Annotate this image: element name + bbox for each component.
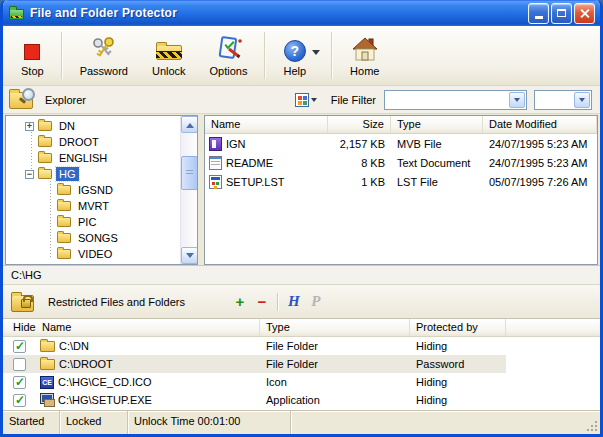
- tree-expander-icon[interactable]: [25, 170, 34, 179]
- home-button[interactable]: Home: [338, 26, 391, 85]
- tree-row[interactable]: DROOT: [6, 134, 179, 150]
- tree-expander-icon[interactable]: [44, 250, 53, 259]
- tree-row[interactable]: PIC: [6, 214, 179, 230]
- scroll-up-icon[interactable]: [181, 116, 198, 133]
- tree-scrollbar[interactable]: [180, 116, 197, 264]
- file-row[interactable]: SETUP.LST 1 KB LST File 05/07/1995 7:26 …: [205, 172, 597, 191]
- tree-row[interactable]: IGSND: [6, 182, 179, 198]
- tree-expander-icon[interactable]: [25, 138, 34, 147]
- combo-arrow-icon[interactable]: [509, 92, 525, 108]
- file-type: MVB File: [391, 138, 483, 150]
- ce-icon: [40, 376, 54, 389]
- restricted-row[interactable]: C:\HG\CE_CD.ICO Icon Hiding: [3, 373, 600, 391]
- hide-checkbox[interactable]: [13, 358, 26, 371]
- tree-expander-icon[interactable]: [25, 122, 34, 131]
- tree-item-label: DN: [56, 119, 78, 133]
- column-header-protected-by[interactable]: Protected by: [410, 319, 506, 336]
- extension-filter-combobox[interactable]: [534, 90, 592, 110]
- column-header-hide[interactable]: Hide: [3, 319, 36, 336]
- column-header-date-modified[interactable]: Date Modified: [483, 116, 597, 133]
- magnifier-icon: [22, 88, 35, 101]
- tree-row[interactable]: MVRT: [6, 198, 179, 214]
- views-dropdown-arrow-icon: [311, 98, 317, 105]
- views-button[interactable]: [291, 90, 321, 110]
- hide-checkbox[interactable]: [13, 394, 26, 407]
- restricted-item-type: Application: [260, 391, 410, 409]
- restricted-item-name: C:\HG\CE_CD.ICO: [58, 376, 152, 388]
- help-label: Help: [283, 65, 306, 77]
- restricted-row[interactable]: C:\DN File Folder Hiding: [3, 337, 600, 355]
- restricted-row[interactable]: C:\DROOT File Folder Password: [3, 355, 600, 373]
- toolbar-separator: [331, 32, 333, 79]
- explorer-label: Explorer: [45, 94, 86, 106]
- column-header-size[interactable]: Size: [328, 116, 391, 133]
- restricted-item-type: File Folder: [260, 337, 410, 355]
- tree-row[interactable]: DN: [6, 118, 179, 134]
- stop-button[interactable]: Stop: [9, 26, 56, 85]
- column-header-type[interactable]: Type: [391, 116, 483, 133]
- minimize-button[interactable]: [528, 3, 549, 24]
- combo-arrow-icon[interactable]: [574, 92, 590, 108]
- restricted-title: Restricted Files and Folders: [48, 296, 185, 308]
- tree-expander-icon[interactable]: [25, 154, 34, 163]
- maximize-button[interactable]: [551, 3, 572, 24]
- file-filter-combobox[interactable]: [384, 90, 527, 110]
- titlebar[interactable]: File and Folder Protector: [3, 0, 600, 26]
- file-row[interactable]: README 8 KB Text Document 24/07/1995 5:2…: [205, 153, 597, 172]
- file-list-header: Name Size Type Date Modified: [205, 116, 597, 134]
- home-icon: [352, 35, 378, 62]
- close-icon: [579, 8, 590, 19]
- options-button[interactable]: Options: [198, 26, 260, 85]
- column-header-name[interactable]: Name: [36, 319, 260, 336]
- tree-item-label: PIC: [75, 215, 99, 229]
- tree-row[interactable]: VIDEO: [6, 246, 179, 262]
- options-icon: [216, 35, 242, 62]
- hide-checkbox[interactable]: [13, 340, 26, 353]
- restricted-rows: C:\DN File Folder Hiding C:\DROOT File F…: [3, 337, 600, 409]
- restricted-lock-folder-icon: [11, 295, 34, 312]
- views-grid-icon: [295, 93, 309, 107]
- folder-tree: DN DROOT ENGLISH: [6, 116, 197, 262]
- file-date-modified: 24/07/1995 5:23 AM: [483, 138, 597, 150]
- resize-grip[interactable]: [586, 420, 599, 433]
- help-button[interactable]: ? Help: [271, 26, 318, 85]
- file-list-panel: Name Size Type Date Modified IGN 2,157 K…: [204, 115, 598, 265]
- explorer-folder-search-icon: [9, 92, 33, 109]
- column-header-type[interactable]: Type: [260, 319, 410, 336]
- tree-expander-icon[interactable]: [44, 186, 53, 195]
- folder-tree-panel: DN DROOT ENGLISH: [5, 115, 198, 265]
- file-row[interactable]: IGN 2,157 KB MVB File 24/07/1995 5:23 AM: [205, 134, 597, 153]
- restricted-row[interactable]: C:\HG\SETUP.EXE Application Hiding: [3, 391, 600, 409]
- folder-icon: [38, 169, 52, 179]
- password-label: Password: [80, 65, 128, 77]
- password-protection-button[interactable]: P: [305, 292, 327, 312]
- add-restriction-button[interactable]: +: [229, 292, 251, 312]
- help-icon: ?: [284, 40, 306, 62]
- tree-expander-icon[interactable]: [44, 218, 53, 227]
- hide-checkbox[interactable]: [13, 376, 26, 389]
- maximize-icon: [557, 9, 566, 17]
- folder-icon: [57, 233, 71, 243]
- unlock-button[interactable]: Unlock: [140, 26, 198, 85]
- file-size: 2,157 KB: [328, 138, 391, 150]
- hide-protection-button[interactable]: H: [283, 292, 305, 312]
- tree-expander-icon[interactable]: [44, 202, 53, 211]
- close-button[interactable]: [574, 3, 595, 24]
- tree-row[interactable]: HG: [6, 166, 179, 182]
- help-dropdown-arrow-icon[interactable]: [312, 50, 320, 59]
- remove-restriction-button[interactable]: −: [251, 292, 273, 312]
- restricted-item-protected-by: Hiding: [410, 373, 506, 391]
- tree-expander-icon[interactable]: [44, 234, 53, 243]
- tree-row[interactable]: SONGS: [6, 230, 179, 246]
- password-button[interactable]: Password: [68, 26, 140, 85]
- column-header-name[interactable]: Name: [205, 116, 328, 133]
- folder-icon: [57, 249, 71, 259]
- stop-icon: [24, 44, 40, 60]
- tree-row[interactable]: ENGLISH: [6, 150, 179, 166]
- file-name: README: [226, 157, 273, 169]
- folder-icon: [57, 201, 71, 211]
- scroll-down-icon[interactable]: [181, 247, 198, 264]
- file-list: IGN 2,157 KB MVB File 24/07/1995 5:23 AM…: [205, 134, 597, 191]
- toolbar-separator: [264, 32, 266, 79]
- scrollbar-thumb[interactable]: [181, 156, 198, 190]
